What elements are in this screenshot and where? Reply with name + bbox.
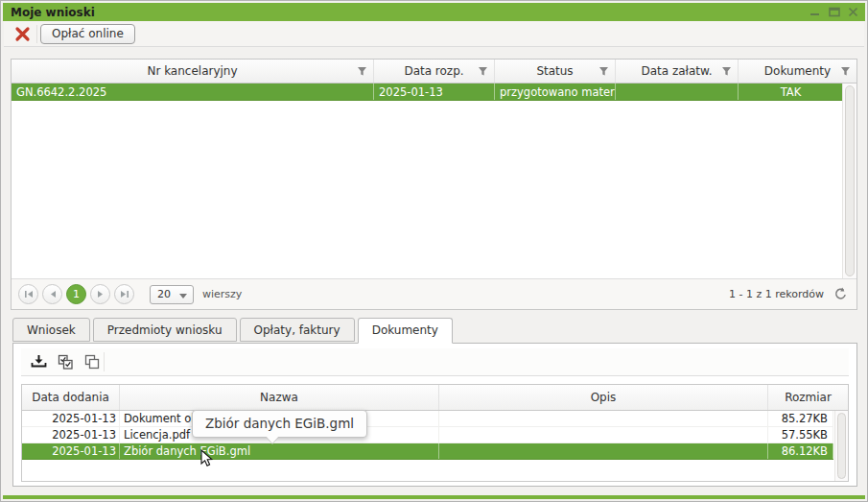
copy-icon[interactable]: [81, 351, 104, 372]
filter-funnel-icon[interactable]: [357, 66, 367, 80]
requests-scrollbar[interactable]: [842, 84, 856, 278]
tab-wniosek[interactable]: Wniosek: [12, 318, 90, 342]
window-controls: [809, 3, 859, 21]
tab-dokumenty[interactable]: Dokumenty: [358, 318, 453, 344]
window-title: Moje wnioski: [3, 6, 95, 19]
toolbar-separator: [36, 25, 37, 43]
cell-opis: [439, 427, 768, 442]
column-header-data-zalatw[interactable]: Data załatw.: [616, 60, 739, 83]
scrollbar-thumb[interactable]: [845, 85, 855, 276]
page-size-select[interactable]: 20: [150, 285, 194, 304]
pay-online-button[interactable]: Opłać online: [40, 24, 135, 44]
requests-grid-header: Nr kancelaryjny Data rozp. Status Data z…: [12, 60, 856, 84]
last-page-icon[interactable]: [114, 284, 134, 304]
first-page-icon[interactable]: [18, 284, 38, 304]
cell-opis: [439, 443, 768, 459]
window-bottom-edge: [3, 495, 865, 499]
filter-funnel-icon[interactable]: [478, 66, 488, 80]
cell-date: 2025-01-13: [22, 443, 120, 459]
page-size-value: 20: [151, 288, 171, 300]
table-row-selected[interactable]: GN.6642.2.2025 2025-01-13 przygotowano m…: [12, 84, 844, 101]
tab-oplaty-faktury[interactable]: Opłaty, faktury: [240, 318, 355, 342]
tooltip-text: Zbiór danych EGiB.gml: [205, 416, 354, 431]
cell-status: przygotowano materi...: [495, 84, 616, 100]
table-row[interactable]: 2025-01-13 Licencja.pdf 57.55KB: [22, 427, 833, 443]
filter-funnel-icon[interactable]: [840, 66, 851, 80]
select-all-icon[interactable]: [54, 351, 77, 372]
cell-nr: GN.6642.2.2025: [12, 84, 374, 100]
tooltip-arrow: [266, 436, 279, 443]
documents-grid: Data dodania Nazwa Opis Rozmiar 2025-01-…: [21, 384, 849, 482]
maximize-icon[interactable]: [828, 6, 840, 18]
main-toolbar: Opłać online: [4, 21, 864, 47]
cell-size: 85.27KB: [768, 411, 833, 426]
scrollbar-thumb[interactable]: [837, 413, 846, 479]
filter-funnel-icon[interactable]: [721, 66, 732, 80]
table-row[interactable]: 2025-01-13 Dokument ob 85.27KB: [22, 411, 833, 427]
pagination-bar: 1 20 wierszy 1 - 1 z 1 rekordów: [12, 278, 856, 309]
chevron-down-icon: [179, 294, 187, 299]
column-header-rozmiar[interactable]: Rozmiar: [768, 385, 848, 410]
cell-size: 86.12KB: [768, 443, 833, 459]
documents-grid-header: Data dodania Nazwa Opis Rozmiar: [22, 385, 848, 411]
next-page-icon[interactable]: [90, 284, 110, 304]
documents-toolbar: [21, 348, 849, 376]
cell-date: 2025-01-13: [22, 427, 120, 442]
column-header-nr-kancelaryjny[interactable]: Nr kancelaryjny: [12, 60, 374, 83]
documents-panel: Data dodania Nazwa Opis Rozmiar 2025-01-…: [12, 343, 857, 487]
cell-data-rozp: 2025-01-13: [374, 84, 495, 100]
rows-label: wierszy: [202, 288, 242, 300]
documents-scrollbar[interactable]: [834, 411, 848, 481]
column-header-data-dodania[interactable]: Data dodania: [22, 385, 120, 410]
table-row-selected[interactable]: 2025-01-13 Zbiór danych EGiB.gml 86.12KB: [22, 443, 833, 460]
pager-controls: 1: [12, 284, 134, 304]
cell-date: 2025-01-13: [22, 411, 120, 426]
delete-icon[interactable]: [14, 26, 31, 42]
titlebar: Moje wnioski: [3, 3, 865, 21]
detail-tabs: Wniosek Przedmioty wniosku Opłaty, faktu…: [12, 318, 453, 343]
column-header-status[interactable]: Status: [495, 60, 616, 83]
records-count: 1 - 1 z 1 rekordów: [729, 288, 824, 300]
filter-funnel-icon[interactable]: [598, 66, 609, 80]
cell-data-zalatw: [616, 84, 739, 100]
download-icon[interactable]: [27, 351, 50, 372]
tab-przedmioty-wniosku[interactable]: Przedmioty wniosku: [93, 318, 237, 342]
current-page-badge[interactable]: 1: [66, 284, 86, 304]
prev-page-icon[interactable]: [42, 284, 62, 304]
column-header-data-rozp[interactable]: Data rozp.: [374, 60, 495, 83]
column-header-dokumenty[interactable]: Dokumenty: [739, 60, 856, 83]
app-window: Moje wnioski Opłać online Nr kancelaryjn…: [0, 0, 868, 502]
close-icon[interactable]: [847, 6, 859, 18]
column-header-opis[interactable]: Opis: [439, 385, 768, 410]
column-header-nazwa[interactable]: Nazwa: [120, 385, 439, 410]
cell-name: Zbiór danych EGiB.gml: [120, 443, 439, 459]
tooltip: Zbiór danych EGiB.gml: [192, 410, 367, 438]
minimize-icon[interactable]: [809, 6, 821, 18]
cell-dokumenty: TAK: [739, 84, 844, 100]
cell-opis: [439, 411, 768, 426]
toolbar-separator: [104, 352, 105, 371]
cell-size: 57.55KB: [768, 427, 833, 442]
refresh-icon[interactable]: [833, 287, 848, 304]
requests-grid: Nr kancelaryjny Data rozp. Status Data z…: [11, 59, 857, 310]
